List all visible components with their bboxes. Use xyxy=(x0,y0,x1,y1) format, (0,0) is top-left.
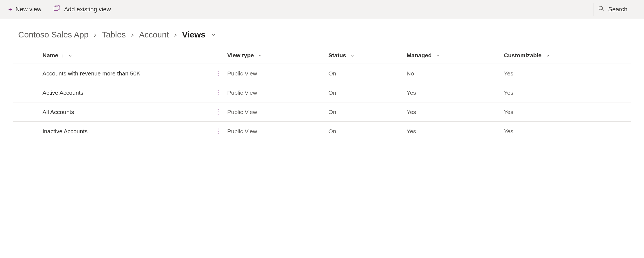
cell-managed: Yes xyxy=(404,83,502,102)
chevron-down-icon xyxy=(543,52,550,58)
cell-view-type: Public View xyxy=(225,102,326,122)
svg-point-1 xyxy=(599,6,603,10)
chevron-down-icon xyxy=(255,52,262,58)
breadcrumb-item-tables[interactable]: Tables xyxy=(102,30,126,39)
more-vertical-icon xyxy=(215,70,221,77)
views-table-wrapper: Name ↑ View type Status xyxy=(0,48,644,141)
views-table: Name ↑ View type Status xyxy=(13,48,631,141)
column-header-name[interactable]: Name ↑ xyxy=(13,48,211,64)
column-header-customizable-label: Customizable xyxy=(504,52,542,58)
search-label: Search xyxy=(608,6,627,13)
more-vertical-icon xyxy=(215,128,221,134)
chevron-down-icon xyxy=(66,52,72,58)
row-more-actions-button[interactable] xyxy=(211,64,225,83)
cell-managed: Yes xyxy=(404,122,502,141)
command-bar-left: + New view Add existing view xyxy=(6,3,114,16)
row-more-actions-button[interactable] xyxy=(211,122,225,141)
cell-status: On xyxy=(326,102,405,122)
column-header-managed-label: Managed xyxy=(407,52,432,58)
table-row[interactable]: Active AccountsPublic ViewOnYesYes xyxy=(13,83,631,102)
chevron-right-icon xyxy=(130,30,135,39)
table-header-row: Name ↑ View type Status xyxy=(13,48,631,64)
chevron-down-icon xyxy=(433,52,440,58)
column-header-status[interactable]: Status xyxy=(326,48,405,64)
cell-status: On xyxy=(326,64,405,83)
table-row[interactable]: Inactive AccountsPublic ViewOnYesYes xyxy=(13,122,631,141)
new-view-label: New view xyxy=(15,6,41,13)
row-more-actions-button[interactable] xyxy=(211,102,225,122)
svg-rect-0 xyxy=(54,7,58,11)
svg-line-2 xyxy=(602,9,604,11)
sort-ascending-icon: ↑ xyxy=(62,53,64,58)
cell-view-type: Public View xyxy=(225,64,326,83)
cell-managed: Yes xyxy=(404,102,502,122)
cell-status: On xyxy=(326,83,405,102)
command-bar: + New view Add existing view Search xyxy=(0,0,644,19)
chevron-right-icon xyxy=(173,30,178,39)
cell-customizable: Yes xyxy=(502,102,631,122)
cell-name[interactable]: Active Accounts xyxy=(13,83,211,102)
toolbar-divider xyxy=(594,3,594,16)
row-more-actions-button[interactable] xyxy=(211,83,225,102)
cell-customizable: Yes xyxy=(502,83,631,102)
cell-name[interactable]: Inactive Accounts xyxy=(13,122,211,141)
more-vertical-icon xyxy=(215,108,221,115)
breadcrumb-item-account[interactable]: Account xyxy=(139,30,169,39)
column-header-customizable[interactable]: Customizable xyxy=(502,48,631,64)
chevron-down-icon xyxy=(348,52,354,58)
search-icon xyxy=(598,6,604,13)
chevron-right-icon xyxy=(93,30,97,39)
column-header-actions xyxy=(211,48,225,64)
cell-status: On xyxy=(326,122,405,141)
add-existing-view-label: Add existing view xyxy=(64,6,111,13)
search-button[interactable]: Search xyxy=(598,6,638,13)
cell-name[interactable]: Accounts with revenue more than 50K xyxy=(13,64,211,83)
column-header-view-type-label: View type xyxy=(227,52,254,58)
column-header-managed[interactable]: Managed xyxy=(404,48,502,64)
column-header-name-label: Name xyxy=(42,52,58,58)
add-existing-icon xyxy=(54,5,61,14)
column-header-view-type[interactable]: View type xyxy=(225,48,326,64)
column-header-status-label: Status xyxy=(328,52,346,58)
new-view-button[interactable]: + New view xyxy=(6,4,44,15)
plus-icon: + xyxy=(8,6,12,13)
cell-view-type: Public View xyxy=(225,122,326,141)
breadcrumb-item-views: Views xyxy=(182,30,205,39)
cell-customizable: Yes xyxy=(502,64,631,83)
add-existing-view-button[interactable]: Add existing view xyxy=(51,3,114,16)
cell-customizable: Yes xyxy=(502,122,631,141)
cell-view-type: Public View xyxy=(225,83,326,102)
breadcrumb-dropdown-button[interactable] xyxy=(210,30,216,39)
breadcrumb-item-app[interactable]: Contoso Sales App xyxy=(18,30,89,39)
cell-managed: No xyxy=(404,64,502,83)
more-vertical-icon xyxy=(215,89,221,96)
cell-name[interactable]: All Accounts xyxy=(13,102,211,122)
breadcrumb: Contoso Sales App Tables Account Views xyxy=(0,19,644,48)
table-row[interactable]: All AccountsPublic ViewOnYesYes xyxy=(13,102,631,122)
table-row[interactable]: Accounts with revenue more than 50KPubli… xyxy=(13,64,631,83)
